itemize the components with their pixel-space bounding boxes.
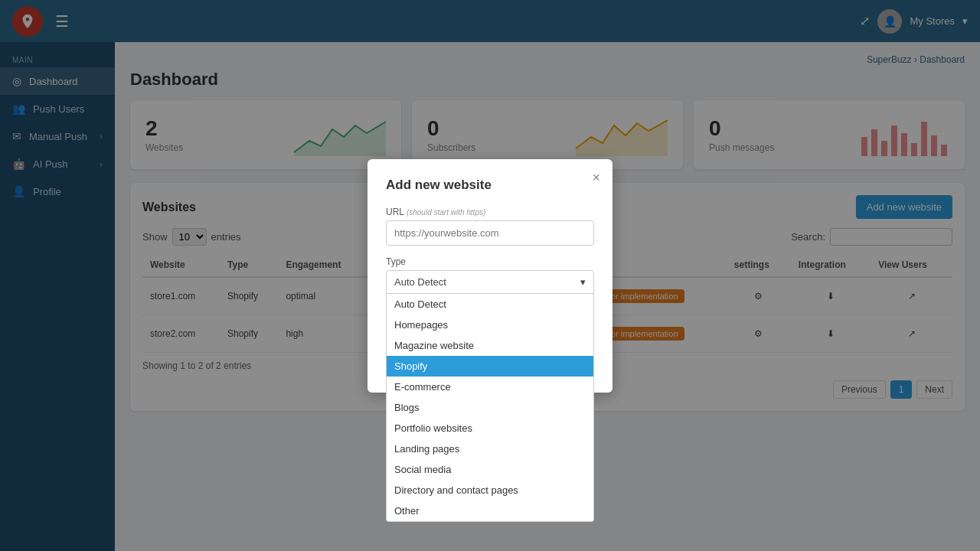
dropdown-selected[interactable]: Auto Detect ▾ [386,270,594,294]
option-magazine[interactable]: Magazine website [387,335,593,356]
url-label: URL (should start with https) [386,207,594,217]
modal-title: Add new website [386,178,594,193]
modal-close-button[interactable]: × [592,170,600,186]
url-label-text: URL [386,207,404,217]
option-social[interactable]: Social media [387,459,593,480]
type-label: Type [386,256,594,267]
dropdown-selected-text: Auto Detect [394,276,446,288]
modal-overlay: Add new website × URL (should start with… [0,0,980,551]
option-other[interactable]: Other [387,500,593,521]
option-shopify[interactable]: Shopify [387,356,593,377]
type-dropdown[interactable]: Auto Detect ▾ Auto Detect Homepages Maga… [386,270,594,294]
dropdown-list: Auto Detect Homepages Magazine website S… [386,294,594,522]
chevron-down-icon: ▾ [580,276,586,288]
add-website-modal: Add new website × URL (should start with… [368,159,612,393]
option-auto-detect[interactable]: Auto Detect [387,294,593,315]
option-directory[interactable]: Directory and contact pages [387,480,593,500]
url-sublabel: (should start with https) [407,208,485,217]
url-input[interactable] [386,220,594,246]
option-portfolio[interactable]: Portfolio websites [387,418,593,439]
option-homepages[interactable]: Homepages [387,315,593,335]
app-wrapper: ☰ ⤢ 👤 My Stores ▾ MAIN ◎ Dashboard 👥 Pus… [0,0,980,551]
option-ecommerce[interactable]: E-commerce [387,377,593,397]
option-blogs[interactable]: Blogs [387,397,593,418]
option-landing[interactable]: Landing pages [387,439,593,459]
